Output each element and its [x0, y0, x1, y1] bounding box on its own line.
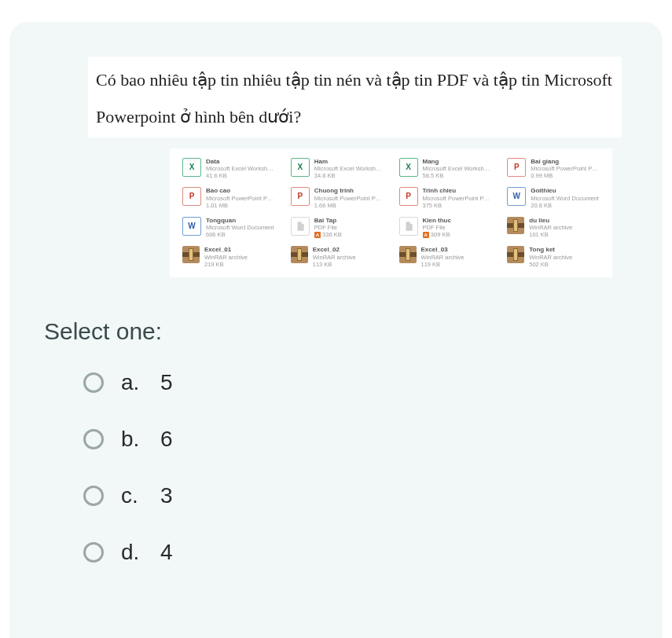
file-item: PTrinh chieuMicrosoft PowerPoint Pres…37…: [399, 187, 492, 209]
file-type: PDF File: [314, 224, 342, 231]
file-size: 1.66 MB: [314, 202, 384, 209]
file-item: du lieuWinRAR archive101 KB: [507, 217, 600, 239]
file-name: Bai giang: [531, 158, 600, 166]
file-name: Chuong trinh: [314, 187, 384, 195]
option-text: 6: [160, 427, 173, 452]
xls-file-icon: X: [182, 158, 201, 177]
select-one-label: Select one:: [44, 318, 628, 345]
file-size: 119 KB: [421, 261, 465, 268]
pdf-file-icon: [399, 217, 418, 236]
file-name: Tong ket: [529, 246, 572, 254]
file-item: Kien thucPDF FileA309 KB: [399, 217, 492, 239]
file-name: Ham: [314, 158, 384, 166]
file-size: 58.5 KB: [423, 172, 492, 179]
answer-options: a.5b.6c.3d.4: [83, 370, 628, 565]
file-item: PBao caoMicrosoft PowerPoint Pres…1.01 M…: [182, 187, 275, 209]
file-type: Microsoft Excel Worksheet: [314, 165, 384, 172]
file-item: Bai TapPDF FileA336 KB: [291, 217, 384, 239]
file-item: WTongquanMicrosoft Word Document606 KB: [182, 217, 275, 239]
answer-option-b[interactable]: b.6: [83, 427, 628, 452]
file-name: Excel_03: [421, 246, 465, 254]
file-type: Microsoft Word Document: [531, 195, 599, 202]
file-type: WinRAR archive: [204, 254, 248, 261]
file-item: WGoithieuMicrosoft Word Document20.8 KB: [507, 187, 600, 209]
doc-file-icon: W: [182, 217, 201, 236]
ppt-file-icon: P: [291, 187, 310, 206]
xls-file-icon: X: [291, 158, 310, 177]
file-type: WinRAR archive: [313, 254, 356, 261]
option-letter: b.: [121, 427, 143, 452]
question-text: Có bao nhiêu tập tin nhiêu tập tin nén v…: [88, 57, 622, 138]
file-size: 375 KB: [423, 202, 492, 209]
file-name: Trinh chieu: [423, 187, 492, 195]
file-size: 1.01 MB: [206, 202, 275, 209]
file-type: WinRAR archive: [529, 254, 572, 261]
file-name: Tongquan: [206, 217, 274, 225]
file-size: 113 KB: [313, 261, 356, 268]
file-item: XDataMicrosoft Excel Worksheet41.6 KB: [182, 158, 275, 180]
option-letter: a.: [121, 370, 143, 395]
answer-option-a[interactable]: a.5: [83, 370, 628, 395]
radio-button[interactable]: [83, 486, 104, 506]
file-item: PBai giangMicrosoft PowerPoint Pres…0.99…: [507, 158, 600, 180]
ppt-file-icon: P: [507, 158, 526, 177]
file-item: XHamMicrosoft Excel Worksheet34.8 KB: [291, 158, 384, 180]
file-size: A336 KB: [314, 231, 342, 238]
file-type: WinRAR archive: [421, 254, 465, 261]
file-type: PDF File: [423, 224, 451, 231]
file-item: Tong ketWinRAR archive502 KB: [507, 246, 600, 268]
pdf-badge-icon: A: [314, 232, 321, 238]
file-type: Microsoft Word Document: [206, 224, 274, 231]
file-size: 0.99 MB: [531, 172, 600, 179]
file-type: WinRAR archive: [529, 224, 572, 231]
pdf-file-icon: [291, 217, 310, 236]
radio-button[interactable]: [83, 372, 104, 393]
file-size: 219 KB: [204, 261, 248, 268]
radio-button[interactable]: [83, 429, 104, 449]
radio-button[interactable]: [83, 542, 104, 563]
file-name: Goithieu: [531, 187, 599, 195]
file-item: Excel_03WinRAR archive119 KB: [399, 246, 492, 268]
file-type: Microsoft PowerPoint Pres…: [423, 195, 492, 202]
ppt-file-icon: P: [399, 187, 418, 206]
file-size: 502 KB: [529, 261, 572, 268]
answer-option-c[interactable]: c.3: [83, 483, 628, 508]
file-size: 20.8 KB: [531, 202, 599, 209]
rar-file-icon: [399, 246, 417, 263]
file-name: Excel_02: [313, 246, 356, 254]
option-text: 4: [160, 540, 173, 565]
file-size: 101 KB: [529, 231, 572, 238]
file-item: PChuong trinhMicrosoft PowerPoint Pres…1…: [291, 187, 384, 209]
file-type: Microsoft Excel Worksheet: [423, 165, 492, 172]
file-name: Bai Tap: [314, 217, 342, 225]
file-item: Excel_02WinRAR archive113 KB: [291, 246, 384, 268]
file-size: 41.6 KB: [206, 172, 275, 179]
file-listing-image: XDataMicrosoft Excel Worksheet41.6 KBXHa…: [170, 148, 612, 277]
file-name: Mang: [423, 158, 492, 166]
ppt-file-icon: P: [182, 187, 201, 206]
option-text: 3: [160, 483, 173, 508]
file-type: Microsoft PowerPoint Pres…: [314, 195, 384, 202]
file-type: Microsoft Excel Worksheet: [206, 165, 275, 172]
doc-file-icon: W: [507, 187, 526, 206]
file-type: Microsoft PowerPoint Pres…: [531, 165, 600, 172]
file-size: 606 KB: [206, 231, 274, 238]
file-name: Excel_01: [204, 246, 248, 254]
question-card: Có bao nhiêu tập tin nhiêu tập tin nén v…: [9, 22, 663, 638]
answer-option-d[interactable]: d.4: [83, 540, 628, 565]
pdf-badge-icon: A: [423, 232, 429, 238]
file-item: Excel_01WinRAR archive219 KB: [182, 246, 275, 268]
file-name: du lieu: [529, 217, 572, 225]
rar-file-icon: [507, 246, 524, 263]
option-letter: c.: [121, 483, 143, 508]
option-letter: d.: [121, 540, 143, 565]
rar-file-icon: [507, 217, 524, 234]
file-size: A309 KB: [423, 231, 451, 238]
file-name: Kien thuc: [423, 217, 451, 225]
file-size: 34.8 KB: [314, 172, 384, 179]
file-name: Bao cao: [206, 187, 275, 195]
file-item: XMangMicrosoft Excel Worksheet58.5 KB: [399, 158, 492, 180]
file-name: Data: [206, 158, 275, 166]
rar-file-icon: [291, 246, 308, 263]
xls-file-icon: X: [399, 158, 418, 177]
